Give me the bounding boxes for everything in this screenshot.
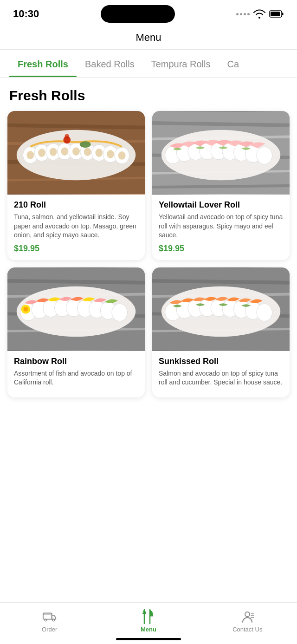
- nav-label-order: Order: [42, 626, 57, 633]
- card-name-210-roll: 210 Roll: [14, 200, 138, 210]
- svg-point-29: [80, 141, 91, 148]
- svg-point-62: [24, 307, 28, 312]
- status-icons: [236, 9, 284, 19]
- nav-label-menu: Menu: [141, 626, 156, 633]
- svg-point-26: [118, 151, 126, 160]
- nav-label-contact: Contact Us: [232, 626, 262, 633]
- status-time: 10:30: [13, 8, 39, 20]
- svg-point-18: [72, 147, 80, 156]
- header: Menu: [0, 25, 297, 50]
- battery-icon: [269, 10, 284, 18]
- menu-card-sunkissed-roll[interactable]: Sunkissed Roll Salmon and avocado on top…: [152, 267, 290, 397]
- card-price-yellowtail: $19.95: [159, 244, 283, 254]
- svg-point-10: [26, 151, 34, 159]
- signal-icon: [236, 13, 250, 15]
- card-image-rainbow: [7, 267, 145, 351]
- nav-item-menu[interactable]: Menu: [99, 607, 198, 633]
- card-image-yellowtail: [152, 111, 290, 195]
- status-bar: 10:30: [0, 0, 297, 25]
- svg-line-47: [7, 281, 145, 283]
- svg-point-45: [257, 147, 272, 164]
- card-desc-sunkissed: Salmon and avocado on top of spicy tuna …: [159, 369, 283, 387]
- tab-tempura-rolls[interactable]: Tempura Rolls: [143, 50, 219, 77]
- card-desc-yellowtail: Yellowtail and avocado on top of spicy t…: [159, 213, 283, 240]
- svg-point-22: [95, 149, 103, 157]
- card-body-210-roll: 210 Roll Tuna, salmon, and yellowtail in…: [7, 195, 145, 260]
- svg-rect-78: [43, 613, 52, 619]
- card-body-yellowtail: Yellowtail Lover Roll Yellowtail and avo…: [152, 195, 290, 260]
- card-desc-210-roll: Tuna, salmon, and yellowtail inside. Soy…: [14, 213, 138, 240]
- contact-icon: [240, 609, 255, 624]
- section-title: Fresh Rolls: [0, 78, 297, 111]
- svg-point-16: [61, 147, 68, 156]
- card-image-210-roll: [7, 111, 145, 195]
- nav-item-contact[interactable]: Contact Us: [198, 607, 297, 633]
- card-image-sunkissed: [152, 267, 290, 351]
- card-name-sunkissed: Sunkissed Roll: [159, 357, 283, 366]
- svg-rect-2: [282, 13, 284, 15]
- menu-grid: 210 Roll Tuna, salmon, and yellowtail in…: [0, 111, 297, 405]
- svg-point-28: [65, 134, 69, 139]
- card-price-210-roll: $19.95: [14, 244, 138, 254]
- tab-baked-rolls[interactable]: Baked Rolls: [77, 50, 143, 77]
- svg-point-14: [50, 148, 57, 156]
- svg-line-4: [7, 125, 145, 128]
- nav-item-order[interactable]: Order: [0, 607, 99, 633]
- tab-fresh-rolls[interactable]: Fresh Rolls: [9, 50, 77, 77]
- svg-line-35: [152, 186, 290, 187]
- tab-ca[interactable]: Ca: [219, 50, 247, 77]
- page-title: Menu: [136, 32, 161, 43]
- card-desc-rainbow: Assortment of fish and avocado on top of…: [14, 369, 138, 387]
- svg-point-24: [107, 150, 114, 158]
- home-indicator: [116, 638, 181, 640]
- menu-card-210-roll[interactable]: 210 Roll Tuna, salmon, and yellowtail in…: [7, 111, 145, 260]
- svg-point-20: [84, 148, 91, 156]
- wifi-icon: [253, 9, 265, 19]
- menu-icon: [141, 609, 156, 624]
- svg-point-80: [52, 619, 55, 621]
- order-icon: [42, 609, 57, 624]
- card-name-rainbow: Rainbow Roll: [14, 357, 138, 366]
- svg-point-12: [38, 149, 45, 157]
- card-body-sunkissed: Sunkissed Roll Salmon and avocado on top…: [152, 351, 290, 397]
- svg-line-64: [152, 281, 290, 283]
- svg-point-79: [45, 619, 47, 621]
- svg-point-60: [112, 304, 128, 321]
- card-body-rainbow: Rainbow Roll Assortment of fish and avoc…: [7, 351, 145, 397]
- card-name-yellowtail: Yellowtail Lover Roll: [159, 200, 283, 210]
- svg-rect-1: [271, 12, 280, 16]
- svg-line-31: [152, 123, 290, 125]
- svg-point-77: [257, 304, 272, 321]
- menu-card-rainbow-roll[interactable]: Rainbow Roll Assortment of fish and avoc…: [7, 267, 145, 397]
- category-tabs: Fresh Rolls Baked Rolls Tempura Rolls Ca: [0, 50, 297, 78]
- menu-card-yellowtail-lover-roll[interactable]: Yellowtail Lover Roll Yellowtail and avo…: [152, 111, 290, 260]
- notch: [101, 5, 175, 23]
- svg-point-87: [245, 612, 250, 617]
